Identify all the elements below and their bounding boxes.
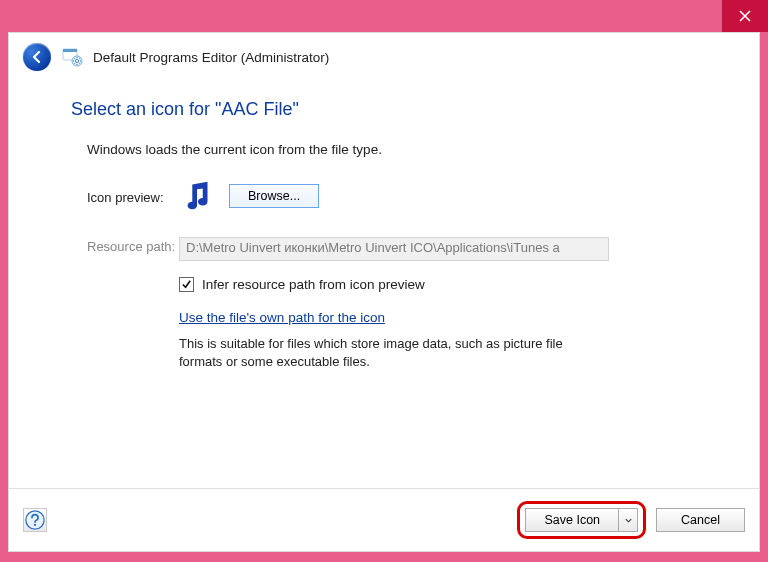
programs-icon: [61, 46, 83, 68]
svg-point-5: [34, 524, 36, 526]
footer: Save Icon Cancel: [9, 488, 759, 551]
back-arrow-icon: [29, 49, 45, 65]
icon-preview-row: Icon preview: Browse...: [59, 177, 709, 215]
help-button[interactable]: [23, 508, 47, 532]
resource-path-row: Resource path: D:\Metro Uinvert иконки\M…: [59, 237, 709, 261]
infer-checkbox-row: Infer resource path from icon preview: [59, 277, 709, 292]
infer-checkbox-label: Infer resource path from icon preview: [202, 277, 425, 292]
chevron-down-icon: [624, 516, 633, 525]
checkbox-box: [179, 277, 194, 292]
svg-point-3: [75, 59, 78, 62]
titlebar: [0, 0, 768, 32]
resource-path-label: Resource path:: [59, 237, 179, 254]
cancel-button[interactable]: Cancel: [656, 508, 745, 532]
own-path-link-row: Use the file's own path for the icon: [59, 310, 709, 325]
svg-rect-1: [63, 49, 77, 52]
use-own-path-link[interactable]: Use the file's own path for the icon: [179, 310, 385, 325]
own-path-desc-row: This is suitable for files which store i…: [59, 335, 709, 370]
window-title: Default Programs Editor (Administrator): [93, 50, 329, 65]
own-path-description: This is suitable for files which store i…: [179, 335, 609, 370]
help-icon: [24, 509, 46, 531]
close-button[interactable]: [722, 0, 768, 32]
header: Default Programs Editor (Administrator): [9, 33, 759, 85]
app-icon: [61, 46, 83, 68]
svg-point-4: [26, 511, 44, 529]
checkmark-icon: [181, 279, 192, 290]
browse-button[interactable]: Browse...: [229, 184, 319, 208]
description-text: Windows loads the current icon from the …: [87, 142, 709, 157]
icon-preview-label: Icon preview:: [59, 188, 179, 205]
back-button[interactable]: [23, 43, 51, 71]
save-icon-button[interactable]: Save Icon: [525, 508, 618, 532]
preview-icon: [179, 177, 217, 215]
window-chrome: Default Programs Editor (Administrator) …: [8, 32, 760, 552]
close-icon: [739, 10, 751, 22]
resource-path-input: D:\Metro Uinvert иконки\Metro Uinvert IC…: [179, 237, 609, 261]
highlight-ring: Save Icon: [517, 501, 646, 539]
save-icon-dropdown[interactable]: [618, 508, 638, 532]
content-area: Select an icon for "AAC File" Windows lo…: [9, 85, 759, 488]
music-note-icon: [179, 177, 217, 215]
infer-checkbox[interactable]: Infer resource path from icon preview: [179, 277, 709, 292]
page-heading: Select an icon for "AAC File": [71, 99, 709, 120]
